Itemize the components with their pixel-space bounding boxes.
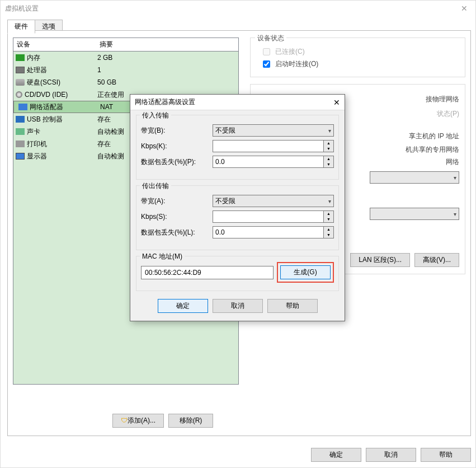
- partial-private-net: 机共享的专用网络: [406, 145, 459, 155]
- add-button[interactable]: 🛡添加(A)...: [112, 414, 164, 428]
- generate-button[interactable]: 生成(G): [280, 265, 331, 279]
- device-status-legend: 设备状态: [255, 34, 286, 43]
- chevron-down-icon[interactable]: ▼: [324, 232, 333, 238]
- incoming-group: 传入传输 带宽(B): 不受限▾ Kbps(K): ▲▼ 数据包丢失(%)(P)…: [136, 115, 339, 180]
- incoming-loss-input[interactable]: [213, 156, 324, 168]
- remove-button[interactable]: 移除(R): [168, 414, 213, 428]
- chevron-down-icon: ▾: [454, 211, 456, 217]
- close-icon[interactable]: ✕: [458, 3, 471, 14]
- table-row[interactable]: 硬盘(SCSI)50 GB: [13, 76, 238, 88]
- device-status-group: 设备状态 已连接(C) 启动时连接(O): [250, 38, 465, 77]
- bottom-bar: 确定 取消 帮助: [311, 448, 471, 462]
- network-select-1[interactable]: ▾: [370, 171, 459, 184]
- chevron-down-icon: ▾: [328, 198, 331, 204]
- chevron-up-icon[interactable]: ▲: [324, 227, 333, 232]
- checkbox-connect-at-power-input[interactable]: [263, 60, 270, 68]
- dialog-help-button[interactable]: 帮助: [267, 299, 318, 313]
- printer-icon: [16, 141, 25, 147]
- hardware-list-header: 设备 摘要: [13, 38, 238, 52]
- incoming-legend: 传入传输: [140, 111, 171, 120]
- dialog-body: 传入传输 带宽(B): 不受限▾ Kbps(K): ▲▼ 数据包丢失(%)(P)…: [130, 110, 345, 321]
- memory-icon: [16, 54, 25, 61]
- incoming-kbps-input[interactable]: [213, 140, 324, 152]
- close-icon[interactable]: ✕: [333, 98, 340, 107]
- outgoing-loss-label: 数据包丢失(%)(L):: [141, 228, 213, 237]
- display-icon: [16, 153, 25, 160]
- incoming-bandwidth-select[interactable]: 不受限▾: [213, 124, 334, 137]
- cd-icon: [16, 91, 22, 98]
- col-device[interactable]: 设备: [13, 38, 96, 51]
- table-row[interactable]: 处理器1: [13, 64, 238, 76]
- chevron-down-icon[interactable]: ▼: [324, 162, 333, 167]
- shield-icon: 🛡: [121, 416, 128, 424]
- network-icon: [18, 104, 27, 110]
- advanced-settings-dialog: 网络适配器高级设置 ✕ 传入传输 带宽(B): 不受限▾ Kbps(K): ▲▼…: [130, 94, 345, 321]
- mac-group: MAC 地址(M) 生成(G): [136, 256, 339, 291]
- dialog-buttons: 确定 取消 帮助: [136, 297, 339, 314]
- spinner[interactable]: ▲▼: [324, 210, 334, 223]
- titlebar: 虚拟机设置 ✕: [1, 1, 475, 16]
- chevron-down-icon[interactable]: ▼: [324, 146, 333, 152]
- help-button[interactable]: 帮助: [421, 448, 471, 462]
- outgoing-legend: 传出传输: [140, 181, 171, 191]
- lan-segments-button[interactable]: LAN 区段(S)...: [350, 253, 410, 267]
- incoming-loss-label: 数据包丢失(%)(P):: [141, 157, 213, 167]
- outgoing-loss-input[interactable]: [213, 226, 324, 238]
- spinner[interactable]: ▲▼: [324, 140, 334, 152]
- partial-state: 状态(P): [437, 109, 459, 119]
- outgoing-kbps-input[interactable]: [213, 210, 324, 223]
- incoming-kbps-label: Kbps(K):: [141, 142, 213, 150]
- network-select-2[interactable]: ▾: [370, 208, 459, 220]
- hdd-icon: [16, 79, 25, 86]
- generate-highlight: 生成(G): [277, 262, 334, 283]
- mac-address-input[interactable]: [141, 266, 274, 279]
- dialog-cancel-button[interactable]: 取消: [213, 299, 263, 313]
- checkbox-connected-input: [263, 48, 270, 55]
- outgoing-kbps-label: Kbps(S):: [141, 213, 213, 221]
- tab-hardware[interactable]: 硬件: [7, 20, 35, 34]
- chevron-up-icon[interactable]: ▲: [324, 211, 333, 217]
- spinner[interactable]: ▲▼: [324, 156, 334, 168]
- chevron-down-icon[interactable]: ▼: [324, 217, 333, 222]
- partial-physical-net: 接物理网络: [426, 95, 459, 104]
- incoming-bandwidth-label: 带宽(B):: [141, 126, 213, 135]
- window-title: 虚拟机设置: [5, 4, 39, 13]
- partial-network: 网络: [446, 157, 459, 167]
- checkbox-connect-at-power[interactable]: 启动时连接(O): [261, 59, 459, 69]
- outgoing-group: 传出传输 带宽(A): 不受限▾ Kbps(S): ▲▼ 数据包丢失(%)(L)…: [136, 185, 339, 250]
- mac-legend: MAC 地址(M): [140, 252, 185, 261]
- dialog-ok-button[interactable]: 确定: [158, 299, 208, 313]
- chevron-up-icon[interactable]: ▲: [324, 156, 333, 162]
- advanced-button[interactable]: 高级(V)...: [414, 253, 459, 267]
- cancel-button[interactable]: 取消: [366, 448, 416, 462]
- sound-icon: [16, 128, 25, 135]
- chevron-down-icon: ▾: [328, 128, 331, 134]
- dialog-titlebar: 网络适配器高级设置 ✕: [130, 95, 345, 110]
- outgoing-bandwidth-label: 带宽(A):: [141, 196, 213, 206]
- spinner[interactable]: ▲▼: [324, 226, 334, 238]
- table-row[interactable]: 内存2 GB: [13, 52, 238, 64]
- col-summary[interactable]: 摘要: [96, 38, 238, 51]
- hardware-buttons: 🛡添加(A)... 移除(R): [112, 414, 213, 428]
- chevron-up-icon[interactable]: ▲: [324, 141, 333, 146]
- outgoing-bandwidth-select[interactable]: 不受限▾: [213, 195, 334, 207]
- usb-icon: [16, 116, 25, 123]
- checkbox-connected: 已连接(C): [261, 46, 459, 57]
- ok-button[interactable]: 确定: [311, 448, 361, 462]
- chevron-down-icon: ▾: [454, 175, 456, 181]
- partial-share-ip: 享主机的 IP 地址: [409, 132, 459, 141]
- dialog-title: 网络适配器高级设置: [135, 97, 195, 107]
- cpu-icon: [16, 67, 25, 73]
